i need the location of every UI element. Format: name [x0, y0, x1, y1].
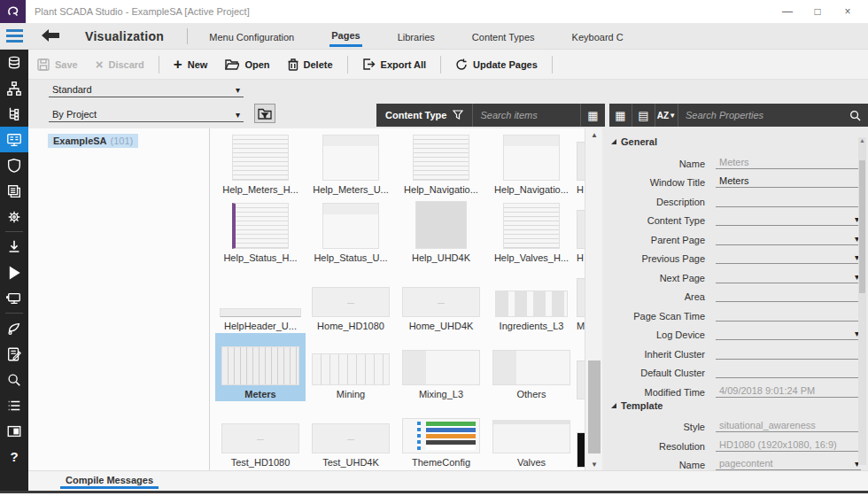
section-template[interactable]: Template	[611, 398, 861, 414]
page-thumbnail[interactable]: Ingredients_L3	[486, 265, 577, 333]
page-thumbnail[interactable]: Help_UHD4K	[396, 197, 486, 265]
sidebar-item-find[interactable]	[0, 367, 28, 392]
scroll-down-icon[interactable]: ▼	[585, 458, 603, 470]
parent-page-field[interactable]: ▾	[716, 232, 861, 245]
back-arrow-icon[interactable]	[41, 28, 60, 44]
section-general[interactable]: General	[611, 134, 861, 150]
property-row: Name pagecontent▾	[611, 452, 861, 471]
page-thumbnail-partial[interactable]: H	[577, 197, 585, 265]
export-all-button[interactable]: Export All	[362, 58, 427, 70]
page-thumbnail[interactable]: Help_Meters_H...	[215, 128, 306, 197]
sidebar-item-page-edit[interactable]	[0, 341, 28, 367]
page-thumbnail[interactable]: Mining	[306, 333, 396, 401]
page-thumbnail-partial[interactable]: H	[577, 128, 585, 197]
content-type-field[interactable]: ▾	[716, 213, 861, 226]
content-type-filter-button[interactable]: Content Type	[376, 104, 473, 127]
sidebar-item-topology[interactable]	[0, 50, 28, 75]
sidebar-item-graphics[interactable]	[0, 315, 28, 341]
area-field[interactable]	[716, 289, 861, 302]
page-thumbnail[interactable]: Others	[486, 333, 577, 401]
org-chart-icon	[6, 81, 22, 97]
discard-button[interactable]: × Discard	[96, 57, 144, 72]
page-thumbnail[interactable]: Mixing_L3	[396, 333, 486, 401]
previous-page-field[interactable]: ▾	[716, 251, 861, 264]
page-thumbnail[interactable]: —Home_HD1080	[306, 265, 396, 333]
page-thumbnail[interactable]: HelpHeader_U...	[215, 265, 306, 333]
tree-item-project[interactable]: ExampleSA (101)	[48, 134, 138, 148]
sidebar-item-pages[interactable]	[0, 178, 28, 204]
sidebar-item-deploy[interactable]	[0, 234, 28, 260]
page-thumbnail[interactable]: —Test_UHD4K	[306, 401, 396, 469]
tab-menu-configuration[interactable]: Menu Configuration	[207, 27, 296, 46]
sidebar-item-help[interactable]: ?	[0, 444, 28, 469]
properties-scrollbar[interactable]: ▲	[858, 137, 866, 465]
page-thumbnail[interactable]: —Test_HD1080	[215, 401, 306, 469]
runtime-monitor-icon	[6, 291, 22, 306]
close-button[interactable]: ×	[833, 5, 863, 18]
new-button[interactable]: + New	[174, 56, 208, 74]
property-row: Name Meters	[611, 150, 861, 169]
page-thumbnail[interactable]: ThemeConfig	[396, 401, 486, 469]
page-thumbnail-selected[interactable]: Meters	[215, 333, 306, 401]
scrollbar-thumb[interactable]	[588, 360, 601, 453]
page-thumbnail[interactable]: Help_Navigatio...	[486, 128, 577, 197]
inherit-cluster-field[interactable]	[716, 346, 861, 360]
scrollbar-thumb[interactable]	[859, 160, 865, 293]
tab-content-types[interactable]: Content Types	[470, 27, 537, 46]
app-logo-icon	[0, 0, 26, 23]
scroll-up-icon[interactable]: ▲	[858, 137, 866, 143]
page-thumbnail[interactable]: Help_Status_H...	[215, 197, 306, 265]
page-thumbnail-partial[interactable]	[577, 401, 585, 469]
grid-view-button[interactable]: ▦	[580, 104, 605, 127]
update-pages-button[interactable]: Update Pages	[455, 58, 538, 71]
collapse-all-button[interactable]: ▤	[632, 104, 655, 127]
scroll-up-icon[interactable]: ▲	[585, 128, 603, 141]
minimize-button[interactable]: —	[772, 5, 802, 18]
thumbnail-scrollbar[interactable]: ▲ ▼	[585, 128, 602, 470]
sidebar-item-system-model[interactable]	[0, 75, 28, 101]
property-row: Resolution HD1080 (1920x1080, 16:9)	[611, 432, 861, 452]
sidebar-item-run[interactable]	[0, 260, 28, 285]
page-thumbnail[interactable]: Help_Valves_H...	[486, 197, 577, 265]
page-thumbnail-partial[interactable]	[577, 333, 585, 401]
open-button[interactable]: Open	[225, 58, 269, 70]
page-thumbnail[interactable]: Help_Meters_U...	[306, 128, 396, 197]
sort-az-button[interactable]: AZ▼	[655, 104, 678, 127]
log-device-field[interactable]: ▾	[716, 327, 861, 340]
sidebar-item-security[interactable]	[0, 152, 28, 178]
sidebar-item-runtime[interactable]	[0, 285, 28, 311]
sidebar-item-setup[interactable]	[0, 204, 28, 229]
search-properties-input[interactable]	[678, 110, 848, 120]
folder-filter-icon	[258, 108, 272, 120]
page-thumbnail-partial[interactable]: M	[577, 265, 585, 333]
maximize-button[interactable]: □	[802, 5, 833, 18]
tab-pages[interactable]: Pages	[329, 25, 361, 47]
expand-all-button[interactable]: ▦	[609, 104, 632, 127]
tab-libraries[interactable]: Libraries	[396, 27, 437, 46]
page-thumbnail[interactable]: Help_Status_U...	[306, 197, 396, 265]
default-cluster-field[interactable]	[716, 365, 861, 378]
left-sidebar: ?	[0, 50, 28, 496]
template-name-field[interactable]: pagecontent▾	[716, 457, 861, 470]
sidebar-item-tags[interactable]	[0, 101, 28, 127]
window-title-field[interactable]: Meters	[716, 174, 861, 188]
tab-compile-messages[interactable]: Compile Messages	[60, 473, 159, 489]
page-title: Visualization	[85, 29, 164, 43]
search-items-input[interactable]	[473, 110, 580, 120]
tab-keyboard-commands[interactable]: Keyboard C	[570, 27, 625, 46]
page-thumbnail[interactable]: —Home_UHD4K	[396, 265, 486, 333]
page-thumbnail[interactable]: Valves	[486, 401, 577, 469]
save-button[interactable]: Save	[37, 58, 78, 71]
page-thumbnail[interactable]: Help_Navigatio...	[396, 128, 486, 197]
description-field[interactable]	[716, 194, 861, 207]
group-by-dropdown[interactable]: By Project▾	[49, 107, 244, 122]
next-page-field[interactable]: ▾	[716, 270, 861, 283]
sidebar-item-lists[interactable]	[0, 392, 28, 418]
standard-dropdown[interactable]: Standard▾	[49, 82, 244, 97]
delete-button[interactable]: Delete	[288, 58, 333, 71]
page-scan-time-field[interactable]	[716, 308, 861, 322]
folder-filter-button[interactable]	[254, 104, 275, 123]
sidebar-item-visualization[interactable]	[0, 127, 28, 152]
sidebar-item-windows[interactable]	[0, 418, 28, 444]
hamburger-menu-icon[interactable]	[0, 29, 28, 43]
